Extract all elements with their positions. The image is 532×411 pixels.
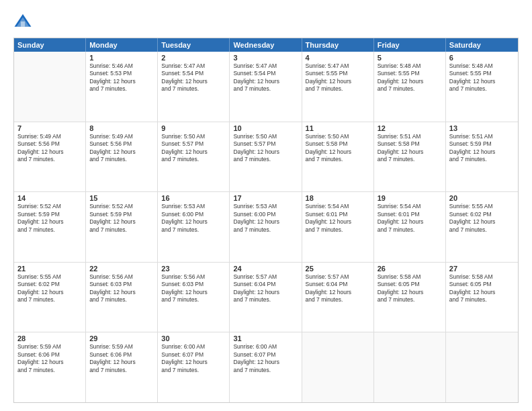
calendar-cell: 16Sunrise: 5:53 AM Sunset: 6:00 PM Dayli… — [158, 192, 230, 262]
calendar-cell: 8Sunrise: 5:49 AM Sunset: 5:56 PM Daylig… — [86, 122, 158, 192]
calendar: SundayMondayTuesdayWednesdayThursdayFrid… — [13, 38, 519, 403]
calendar-cell: 14Sunrise: 5:52 AM Sunset: 5:59 PM Dayli… — [14, 192, 86, 262]
calendar-header: SundayMondayTuesdayWednesdayThursdayFrid… — [14, 38, 518, 52]
calendar-cell: 9Sunrise: 5:50 AM Sunset: 5:57 PM Daylig… — [158, 122, 230, 192]
calendar-row: 21Sunrise: 5:55 AM Sunset: 6:02 PM Dayli… — [14, 263, 518, 333]
calendar-cell: 22Sunrise: 5:56 AM Sunset: 6:03 PM Dayli… — [86, 263, 158, 332]
day-info: Sunrise: 6:00 AM Sunset: 6:07 PM Dayligh… — [233, 343, 298, 374]
day-info: Sunrise: 5:47 AM Sunset: 5:55 PM Dayligh… — [306, 62, 370, 93]
day-number: 31 — [233, 334, 298, 342]
day-info: Sunrise: 5:53 AM Sunset: 6:00 PM Dayligh… — [161, 203, 226, 234]
day-info: Sunrise: 5:54 AM Sunset: 6:01 PM Dayligh… — [306, 203, 370, 234]
day-number: 12 — [378, 124, 442, 132]
calendar-cell: 7Sunrise: 5:49 AM Sunset: 5:56 PM Daylig… — [14, 122, 86, 192]
calendar-row: 28Sunrise: 5:59 AM Sunset: 6:06 PM Dayli… — [14, 332, 518, 402]
day-number: 26 — [378, 265, 442, 273]
calendar-cell — [446, 332, 518, 402]
day-info: Sunrise: 5:47 AM Sunset: 5:54 PM Dayligh… — [233, 62, 298, 93]
calendar-body: 1Sunrise: 5:46 AM Sunset: 5:53 PM Daylig… — [14, 52, 518, 402]
day-number: 20 — [449, 194, 515, 202]
day-info: Sunrise: 5:59 AM Sunset: 6:06 PM Dayligh… — [17, 343, 82, 374]
calendar-cell: 2Sunrise: 5:47 AM Sunset: 5:54 PM Daylig… — [158, 52, 230, 122]
day-number: 13 — [449, 124, 515, 132]
calendar-cell: 15Sunrise: 5:52 AM Sunset: 5:59 PM Dayli… — [86, 192, 158, 262]
day-info: Sunrise: 5:58 AM Sunset: 6:05 PM Dayligh… — [378, 273, 442, 304]
day-number: 10 — [233, 124, 298, 132]
calendar-cell: 1Sunrise: 5:46 AM Sunset: 5:53 PM Daylig… — [86, 52, 158, 122]
day-number: 25 — [306, 265, 370, 273]
day-number: 3 — [233, 54, 298, 62]
calendar-cell: 13Sunrise: 5:51 AM Sunset: 5:59 PM Dayli… — [446, 122, 518, 192]
day-info: Sunrise: 5:50 AM Sunset: 5:58 PM Dayligh… — [306, 133, 370, 164]
day-info: Sunrise: 5:50 AM Sunset: 5:57 PM Dayligh… — [233, 133, 298, 164]
day-info: Sunrise: 5:57 AM Sunset: 6:04 PM Dayligh… — [306, 273, 370, 304]
day-number: 22 — [89, 265, 154, 273]
day-info: Sunrise: 5:56 AM Sunset: 6:03 PM Dayligh… — [161, 273, 226, 304]
day-info: Sunrise: 5:56 AM Sunset: 6:03 PM Dayligh… — [89, 273, 154, 304]
calendar-cell: 24Sunrise: 5:57 AM Sunset: 6:04 PM Dayli… — [230, 263, 302, 332]
day-number: 9 — [161, 124, 226, 132]
day-number: 30 — [161, 334, 226, 342]
day-info: Sunrise: 5:48 AM Sunset: 5:55 PM Dayligh… — [378, 62, 442, 93]
day-number: 8 — [89, 124, 154, 132]
header-day: Thursday — [302, 38, 374, 52]
calendar-cell — [302, 332, 374, 402]
calendar-cell: 31Sunrise: 6:00 AM Sunset: 6:07 PM Dayli… — [230, 332, 302, 402]
calendar-cell: 17Sunrise: 5:53 AM Sunset: 6:00 PM Dayli… — [230, 192, 302, 262]
header-day: Saturday — [446, 38, 518, 52]
day-number: 15 — [89, 194, 154, 202]
calendar-cell: 25Sunrise: 5:57 AM Sunset: 6:04 PM Dayli… — [302, 263, 374, 332]
calendar-cell: 20Sunrise: 5:55 AM Sunset: 6:02 PM Dayli… — [446, 192, 518, 262]
day-number: 28 — [17, 334, 82, 342]
day-number: 29 — [89, 334, 154, 342]
calendar-row: 1Sunrise: 5:46 AM Sunset: 5:53 PM Daylig… — [14, 52, 518, 122]
calendar-cell: 23Sunrise: 5:56 AM Sunset: 6:03 PM Dayli… — [158, 263, 230, 332]
calendar-cell: 19Sunrise: 5:54 AM Sunset: 6:01 PM Dayli… — [374, 192, 446, 262]
calendar-row: 14Sunrise: 5:52 AM Sunset: 5:59 PM Dayli… — [14, 192, 518, 263]
day-info: Sunrise: 5:53 AM Sunset: 6:00 PM Dayligh… — [233, 203, 298, 234]
day-number: 21 — [17, 265, 82, 273]
day-number: 14 — [17, 194, 82, 202]
day-info: Sunrise: 5:51 AM Sunset: 5:58 PM Dayligh… — [378, 133, 442, 164]
calendar-row: 7Sunrise: 5:49 AM Sunset: 5:56 PM Daylig… — [14, 122, 518, 193]
calendar-cell: 30Sunrise: 6:00 AM Sunset: 6:07 PM Dayli… — [158, 332, 230, 402]
calendar-cell: 18Sunrise: 5:54 AM Sunset: 6:01 PM Dayli… — [302, 192, 374, 262]
day-number: 11 — [306, 124, 370, 132]
day-info: Sunrise: 5:55 AM Sunset: 6:02 PM Dayligh… — [17, 273, 82, 304]
day-number: 19 — [378, 194, 442, 202]
day-info: Sunrise: 5:59 AM Sunset: 6:06 PM Dayligh… — [89, 343, 154, 374]
calendar-cell: 10Sunrise: 5:50 AM Sunset: 5:57 PM Dayli… — [230, 122, 302, 192]
calendar-cell: 27Sunrise: 5:58 AM Sunset: 6:05 PM Dayli… — [446, 263, 518, 332]
calendar-cell: 5Sunrise: 5:48 AM Sunset: 5:55 PM Daylig… — [374, 52, 446, 122]
calendar-cell: 28Sunrise: 5:59 AM Sunset: 6:06 PM Dayli… — [14, 332, 86, 402]
day-info: Sunrise: 5:46 AM Sunset: 5:53 PM Dayligh… — [89, 62, 154, 93]
calendar-cell: 3Sunrise: 5:47 AM Sunset: 5:54 PM Daylig… — [230, 52, 302, 122]
day-number: 27 — [449, 265, 515, 273]
calendar-cell: 11Sunrise: 5:50 AM Sunset: 5:58 PM Dayli… — [302, 122, 374, 192]
calendar-cell — [14, 52, 86, 122]
svg-rect-2 — [21, 21, 25, 27]
day-number: 5 — [378, 54, 442, 62]
day-info: Sunrise: 5:49 AM Sunset: 5:56 PM Dayligh… — [17, 133, 82, 164]
day-info: Sunrise: 5:55 AM Sunset: 6:02 PM Dayligh… — [449, 203, 515, 234]
day-info: Sunrise: 5:52 AM Sunset: 5:59 PM Dayligh… — [89, 203, 154, 234]
day-number: 17 — [233, 194, 298, 202]
header — [13, 12, 519, 31]
day-number: 1 — [89, 54, 154, 62]
day-number: 6 — [449, 54, 515, 62]
header-day: Wednesday — [230, 38, 302, 52]
logo — [13, 12, 35, 31]
page: SundayMondayTuesdayWednesdayThursdayFrid… — [0, 0, 532, 411]
day-number: 18 — [306, 194, 370, 202]
day-info: Sunrise: 5:51 AM Sunset: 5:59 PM Dayligh… — [449, 133, 515, 164]
header-day: Monday — [86, 38, 158, 52]
day-number: 24 — [233, 265, 298, 273]
calendar-cell: 4Sunrise: 5:47 AM Sunset: 5:55 PM Daylig… — [302, 52, 374, 122]
day-number: 2 — [161, 54, 226, 62]
calendar-cell — [374, 332, 446, 402]
calendar-cell: 12Sunrise: 5:51 AM Sunset: 5:58 PM Dayli… — [374, 122, 446, 192]
calendar-cell: 6Sunrise: 5:48 AM Sunset: 5:55 PM Daylig… — [446, 52, 518, 122]
day-info: Sunrise: 5:47 AM Sunset: 5:54 PM Dayligh… — [161, 62, 226, 93]
day-number: 4 — [306, 54, 370, 62]
day-info: Sunrise: 6:00 AM Sunset: 6:07 PM Dayligh… — [161, 343, 226, 374]
